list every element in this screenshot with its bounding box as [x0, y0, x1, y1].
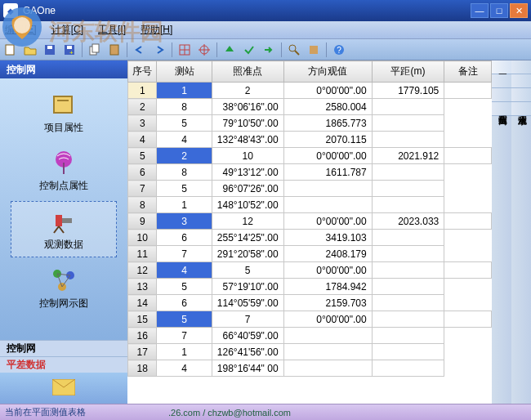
col-header[interactable]: 测站 [157, 61, 212, 83]
tool-paste-icon[interactable] [107, 42, 122, 57]
station-cell[interactable]: 5 [157, 311, 212, 328]
cell-direction[interactable]: 126°41'56".00 [212, 344, 283, 360]
cell-direction[interactable]: 148°10'52".00 [212, 197, 283, 213]
row-header[interactable]: 5 [128, 148, 157, 164]
cell-point[interactable]: 1 [157, 344, 212, 360]
cell-direction[interactable]: 38°06'16".00 [212, 99, 283, 115]
cell-note[interactable] [372, 197, 444, 213]
row-header[interactable]: 3 [128, 115, 157, 132]
cell-point[interactable]: 8 [157, 99, 212, 115]
cell-point[interactable]: 6 [157, 295, 212, 311]
cell-point[interactable]: 8 [157, 164, 212, 181]
vtab[interactable]: 归心元素 [492, 74, 511, 88]
cell-distance[interactable] [283, 181, 372, 197]
row-header[interactable]: 14 [128, 295, 157, 311]
row-header[interactable]: 12 [128, 262, 157, 279]
cell-point[interactable]: 1 [157, 197, 212, 213]
row-header[interactable]: 8 [128, 197, 157, 213]
nav-item-network-diagram[interactable]: 控制网示图 [11, 261, 117, 315]
cell-direction[interactable]: 114°05'59".00 [212, 295, 283, 311]
cell-distance[interactable] [283, 360, 372, 377]
cell-point[interactable]: 2 [212, 83, 283, 99]
vtab[interactable] [511, 74, 531, 88]
cell-note[interactable] [444, 311, 492, 328]
tool-grid-icon[interactable] [177, 42, 192, 57]
menu-calc[interactable]: 计算[C] [51, 23, 83, 37]
maximize-button[interactable]: □ [490, 3, 508, 18]
col-header[interactable]: 照准点 [212, 61, 283, 83]
table-row[interactable]: 93120°00'00".002023.033 [128, 213, 492, 230]
cell-distance[interactable] [372, 311, 444, 328]
close-button[interactable]: ✕ [510, 3, 528, 18]
tool-search-icon[interactable] [287, 42, 301, 57]
cell-distance[interactable]: 2070.115 [283, 132, 372, 148]
cell-direction[interactable]: 0°00'00".00 [283, 311, 372, 328]
cell-note[interactable] [372, 164, 444, 181]
table-row[interactable]: 1120°00'00".001779.105 [128, 83, 492, 99]
tool-new-icon[interactable] [3, 42, 18, 57]
row-header[interactable]: 9 [128, 213, 157, 230]
nav-item-observation[interactable]: 观测数据 [11, 201, 117, 257]
cell-distance[interactable]: 2159.703 [283, 295, 372, 311]
cell-note[interactable] [372, 230, 444, 246]
cell-point[interactable]: 6 [157, 230, 212, 246]
table-row[interactable]: 117291°20'58".002408.179 [128, 246, 492, 262]
row-header[interactable]: 10 [128, 230, 157, 246]
cell-note[interactable] [372, 181, 444, 197]
cell-note[interactable] [372, 99, 444, 115]
cell-direction[interactable]: 132°48'43".00 [212, 132, 283, 148]
cell-note[interactable] [372, 295, 444, 311]
table-row[interactable]: 2838°06'16".002580.004 [128, 99, 492, 115]
row-header[interactable]: 11 [128, 246, 157, 262]
cell-note[interactable] [444, 83, 492, 99]
row-header[interactable]: 17 [128, 344, 157, 360]
cell-point[interactable]: 5 [157, 115, 212, 132]
cell-point[interactable]: 4 [157, 360, 212, 377]
cell-direction[interactable]: 0°00'00".00 [283, 262, 372, 279]
cell-distance[interactable] [372, 262, 444, 279]
row-header[interactable]: 1 [128, 83, 157, 99]
table-row[interactable]: 171126°41'56".00 [128, 344, 492, 360]
cell-distance[interactable]: 1611.787 [283, 164, 372, 181]
col-header[interactable]: 备注 [444, 61, 492, 83]
table-row[interactable]: 6849°13'12".001611.787 [128, 164, 492, 181]
cell-note[interactable] [372, 246, 444, 262]
cell-distance[interactable]: 2580.004 [283, 99, 372, 115]
cell-point[interactable]: 5 [157, 181, 212, 197]
mail-icon[interactable] [52, 379, 75, 398]
menu-tools[interactable]: 工具[I] [98, 23, 126, 37]
cell-direction[interactable]: 49°13'12".00 [212, 164, 283, 181]
row-header[interactable]: 4 [128, 132, 157, 148]
cell-note[interactable] [372, 115, 444, 132]
table-row[interactable]: 81148°10'52".00 [128, 197, 492, 213]
cell-note[interactable] [372, 132, 444, 148]
cell-direction[interactable]: 0°00'00".00 [283, 83, 372, 99]
cell-note[interactable] [444, 262, 492, 279]
table-row[interactable]: 16766°40'59".00 [128, 328, 492, 344]
cell-direction[interactable]: 96°07'26".00 [212, 181, 283, 197]
row-header[interactable]: 16 [128, 328, 157, 344]
cell-point[interactable]: 5 [212, 262, 283, 279]
table-row[interactable]: 106255°14'25".003419.103 [128, 230, 492, 246]
nav-item-project[interactable]: 项目属性 [11, 85, 117, 140]
row-header[interactable]: 6 [128, 164, 157, 181]
table-row[interactable]: 7596°07'26".00 [128, 181, 492, 197]
tool-up-icon[interactable] [222, 42, 237, 57]
cell-point[interactable]: 7 [212, 311, 283, 328]
cell-distance[interactable]: 1784.942 [283, 279, 372, 295]
tool-target-icon[interactable] [197, 42, 212, 57]
table-row[interactable]: 12450°00'00".00 [128, 262, 492, 279]
tool-check-icon[interactable] [242, 42, 257, 57]
cell-note[interactable] [372, 360, 444, 377]
cell-distance[interactable] [283, 328, 372, 344]
station-cell[interactable]: 3 [157, 213, 212, 230]
minimize-button[interactable]: — [471, 3, 489, 18]
row-header[interactable]: 2 [128, 99, 157, 115]
panel-section-control[interactable]: 控制网 [0, 340, 127, 356]
vtab[interactable]: 基线观测值 [511, 60, 531, 74]
row-header[interactable]: 7 [128, 181, 157, 197]
cell-direction[interactable]: 79°10'50".00 [212, 115, 283, 132]
tool-arrow-icon[interactable] [261, 42, 276, 57]
cell-direction[interactable]: 291°20'58".00 [212, 246, 283, 262]
cell-distance[interactable] [283, 197, 372, 213]
